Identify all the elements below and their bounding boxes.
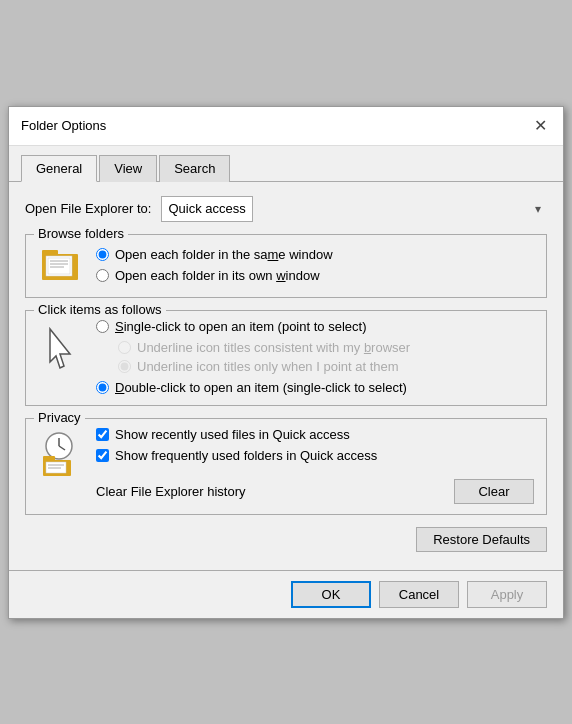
tab-search[interactable]: Search (159, 155, 230, 182)
open-fe-label: Open File Explorer to: (25, 201, 151, 216)
radio-underline-browser-input (118, 341, 131, 354)
sub-radio-group: Underline icon titles consistent with my… (118, 340, 410, 374)
privacy-group: Privacy (25, 418, 547, 515)
checkbox-recent-files-label: Show recently used files in Quick access (115, 427, 350, 442)
tab-general[interactable]: General (21, 155, 97, 182)
bottom-bar: OK Cancel Apply (9, 570, 563, 618)
checkbox-frequent-folders[interactable]: Show frequently used folders in Quick ac… (96, 448, 534, 463)
restore-defaults-button[interactable]: Restore Defaults (416, 527, 547, 552)
folder-options-dialog: Folder Options ✕ General View Search Ope… (8, 106, 564, 619)
radio-underline-point-label: Underline icon titles only when I point … (137, 359, 399, 374)
svg-marker-7 (50, 329, 70, 368)
browse-folders-label: Browse folders (34, 226, 128, 241)
privacy-content: Show recently used files in Quick access… (38, 427, 534, 504)
click-items-label: Click items as follows (34, 302, 166, 317)
svg-rect-3 (48, 258, 70, 274)
radio-double-click[interactable]: Double-click to open an item (single-cli… (96, 380, 410, 395)
radio-underline-point[interactable]: Underline icon titles only when I point … (118, 359, 410, 374)
svg-rect-1 (42, 250, 58, 256)
browse-folders-group: Browse folders (25, 234, 547, 298)
close-button[interactable]: ✕ (529, 115, 551, 137)
open-fe-row: Open File Explorer to: Quick access This… (25, 196, 547, 222)
browse-folders-options: Open each folder in the same window Open… (96, 247, 333, 283)
radio-own-window-input[interactable] (96, 269, 109, 282)
tabs-bar: General View Search (9, 146, 563, 182)
radio-single-click-label: Single-click to open an item (point to s… (115, 319, 366, 334)
dialog-title: Folder Options (21, 118, 106, 133)
checkbox-recent-files[interactable]: Show recently used files in Quick access (96, 427, 534, 442)
open-fe-dropdown[interactable]: Quick access This PC (161, 196, 253, 222)
click-items-content: Single-click to open an item (point to s… (38, 319, 534, 395)
folder-icon (38, 243, 86, 287)
radio-underline-browser[interactable]: Underline icon titles consistent with my… (118, 340, 410, 355)
restore-row: Restore Defaults (25, 527, 547, 552)
svg-rect-12 (43, 456, 55, 462)
radio-single-click[interactable]: Single-click to open an item (point to s… (96, 319, 410, 334)
radio-double-click-input[interactable] (96, 381, 109, 394)
privacy-label: Privacy (34, 410, 85, 425)
cancel-button[interactable]: Cancel (379, 581, 459, 608)
open-fe-dropdown-wrapper: Quick access This PC (161, 196, 547, 222)
privacy-checkboxes: Show recently used files in Quick access… (96, 427, 534, 504)
checkbox-frequent-folders-input[interactable] (96, 449, 109, 462)
title-bar: Folder Options ✕ (9, 107, 563, 146)
radio-same-window[interactable]: Open each folder in the same window (96, 247, 333, 262)
click-items-group: Click items as follows Single-click to o… (25, 310, 547, 406)
cursor-icon (38, 319, 86, 389)
ok-button[interactable]: OK (291, 581, 371, 608)
privacy-icon (38, 427, 86, 481)
radio-own-window[interactable]: Open each folder in its own window (96, 268, 333, 283)
radio-double-click-label: Double-click to open an item (single-cli… (115, 380, 407, 395)
tab-content-general: Open File Explorer to: Quick access This… (9, 182, 563, 570)
radio-single-click-input[interactable] (96, 320, 109, 333)
checkbox-frequent-folders-label: Show frequently used folders in Quick ac… (115, 448, 377, 463)
radio-same-window-label: Open each folder in the same window (115, 247, 333, 262)
clear-row: Clear File Explorer history Clear (96, 479, 534, 504)
radio-underline-browser-label: Underline icon titles consistent with my… (137, 340, 410, 355)
click-items-options: Single-click to open an item (point to s… (96, 319, 410, 395)
checkbox-recent-files-input[interactable] (96, 428, 109, 441)
browse-folders-content: Open each folder in the same window Open… (38, 243, 534, 287)
tab-view[interactable]: View (99, 155, 157, 182)
radio-same-window-input[interactable] (96, 248, 109, 261)
apply-button: Apply (467, 581, 547, 608)
clear-history-label: Clear File Explorer history (96, 484, 246, 499)
radio-own-window-label: Open each folder in its own window (115, 268, 320, 283)
clear-button[interactable]: Clear (454, 479, 534, 504)
radio-underline-point-input (118, 360, 131, 373)
